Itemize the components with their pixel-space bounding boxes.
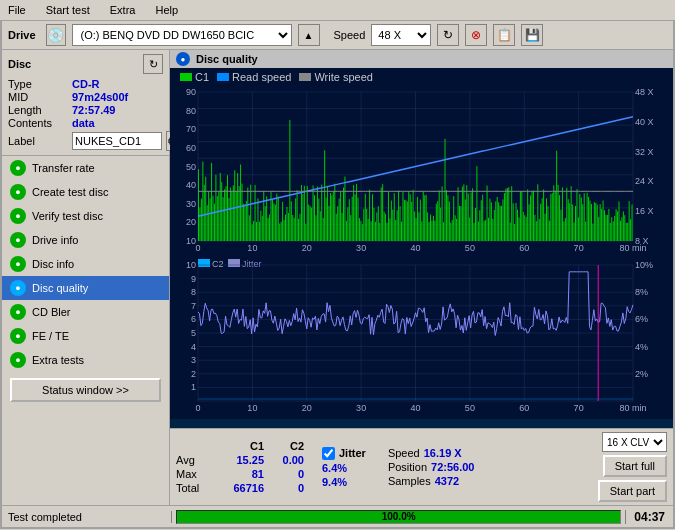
contents-label: Contents	[8, 117, 68, 129]
length-value: 72:57.49	[72, 104, 115, 116]
eject-button[interactable]: ▲	[298, 24, 320, 46]
status-text: Test completed	[2, 511, 172, 523]
nav-item-fe---te[interactable]: ●FE / TE	[2, 324, 169, 348]
statusbar: Test completed 100.0% 04:37	[2, 505, 673, 527]
disc-quality-icon: ●	[176, 52, 190, 66]
type-value: CD-R	[72, 78, 100, 90]
menu-file[interactable]: File	[4, 2, 30, 18]
nav-icon: ●	[10, 304, 26, 320]
nav-label: Disc quality	[32, 282, 88, 294]
nav-label: Disc info	[32, 258, 74, 270]
disc-refresh-button[interactable]: ↻	[143, 54, 163, 74]
samples-value: 4372	[435, 475, 459, 487]
max-label: Max	[176, 468, 208, 480]
mid-value: 97m24s00f	[72, 91, 128, 103]
nav-label: Verify test disc	[32, 210, 103, 222]
nav-item-cd-bler[interactable]: ●CD Bler	[2, 300, 169, 324]
start-full-button[interactable]: Start full	[603, 455, 667, 477]
max-c2: 0	[268, 468, 304, 480]
nav-icon: ●	[10, 328, 26, 344]
save-icon[interactable]: 💾	[521, 24, 543, 46]
speed-select[interactable]: 48 X	[371, 24, 431, 46]
jitter-checkbox[interactable]	[322, 447, 335, 460]
max-c1: 81	[212, 468, 264, 480]
disc-panel: Disc ↻ Type CD-R MID 97m24s00f Length 72…	[2, 50, 169, 156]
speed-label: Speed	[334, 29, 366, 41]
stats-bar: C1 C2 Avg 15.25 0.00 Max 81 0 Total	[170, 428, 673, 505]
type-label: Type	[8, 78, 68, 90]
position-label: Position	[388, 461, 427, 473]
nav-item-create-test-disc[interactable]: ●Create test disc	[2, 180, 169, 204]
nav-icon: ●	[10, 208, 26, 224]
position-value: 72:56.00	[431, 461, 474, 473]
nav-icon: ●	[10, 352, 26, 368]
menubar: File Start test Extra Help	[0, 0, 675, 21]
avg-c1: 15.25	[212, 454, 264, 466]
legend-read-speed: Read speed	[232, 71, 291, 83]
nav-icon: ●	[10, 184, 26, 200]
nav-icon: ●	[10, 160, 26, 176]
total-label: Total	[176, 482, 208, 494]
label-input[interactable]	[72, 132, 162, 150]
avg-c2: 0.00	[268, 454, 304, 466]
chart-legend: C1 Read speed Write speed	[176, 70, 667, 84]
nav-item-extra-tests[interactable]: ●Extra tests	[2, 348, 169, 372]
mid-label: MID	[8, 91, 68, 103]
progress-bar-container: 100.0%	[176, 510, 621, 524]
nav-item-disc-info[interactable]: ●Disc info	[2, 252, 169, 276]
time-display: 04:37	[625, 510, 673, 524]
status-window-button[interactable]: Status window >>	[10, 378, 161, 402]
nav-item-drive-info[interactable]: ●Drive info	[2, 228, 169, 252]
jitter-header: Jitter	[339, 447, 366, 459]
speed-clv-select[interactable]: 16 X CLV	[602, 432, 667, 452]
refresh-icon[interactable]: ↻	[437, 24, 459, 46]
nav-label: Extra tests	[32, 354, 84, 366]
disc-title: Disc	[8, 58, 31, 70]
label-label: Label	[8, 135, 68, 147]
c1-chart	[170, 86, 673, 259]
avg-label: Avg	[176, 454, 208, 466]
toolbar: Drive 💿 (O:) BENQ DVD DD DW1650 BCIC ▲ S…	[2, 21, 673, 50]
nav-item-disc-quality[interactable]: ●Disc quality	[2, 276, 169, 300]
nav-item-verify-test-disc[interactable]: ●Verify test disc	[2, 204, 169, 228]
nav-item-transfer-rate[interactable]: ●Transfer rate	[2, 156, 169, 180]
main-content: ● Disc quality C1 Read speed Wr	[170, 50, 673, 505]
c1-header: C1	[212, 440, 264, 452]
erase-icon[interactable]: ⊗	[465, 24, 487, 46]
nav-label: Drive info	[32, 234, 78, 246]
nav-icon: ●	[10, 280, 26, 296]
menu-extra[interactable]: Extra	[106, 2, 140, 18]
contents-value: data	[72, 117, 95, 129]
nav-label: Create test disc	[32, 186, 108, 198]
avg-jitter: 6.4%	[322, 462, 366, 474]
disc-quality-title: Disc quality	[196, 53, 258, 65]
legend-write-speed: Write speed	[314, 71, 373, 83]
nav-icon: ●	[10, 256, 26, 272]
total-c2: 0	[268, 482, 304, 494]
legend-c1: C1	[195, 71, 209, 83]
speed-stat-label: Speed	[388, 447, 420, 459]
nav-label: Transfer rate	[32, 162, 95, 174]
c2-header: C2	[268, 440, 304, 452]
start-part-button[interactable]: Start part	[598, 480, 667, 502]
sidebar: Disc ↻ Type CD-R MID 97m24s00f Length 72…	[2, 50, 170, 505]
drive-label: Drive	[8, 29, 36, 41]
samples-label: Samples	[388, 475, 431, 487]
speed-stat-value: 16.19 X	[424, 447, 462, 459]
nav-label: CD Bler	[32, 306, 71, 318]
c2-chart	[170, 259, 673, 419]
disc-quality-header: ● Disc quality	[170, 50, 673, 68]
max-jitter: 9.4%	[322, 476, 366, 488]
menu-start-test[interactable]: Start test	[42, 2, 94, 18]
length-label: Length	[8, 104, 68, 116]
copy-icon[interactable]: 📋	[493, 24, 515, 46]
nav-icon: ●	[10, 232, 26, 248]
nav-label: FE / TE	[32, 330, 69, 342]
nav-list: ●Transfer rate●Create test disc●Verify t…	[2, 156, 169, 372]
menu-help[interactable]: Help	[151, 2, 182, 18]
drive-icon: 💿	[46, 24, 66, 46]
total-c1: 66716	[212, 482, 264, 494]
drive-select[interactable]: (O:) BENQ DVD DD DW1650 BCIC	[72, 24, 292, 46]
progress-label: 100.0%	[177, 511, 620, 523]
